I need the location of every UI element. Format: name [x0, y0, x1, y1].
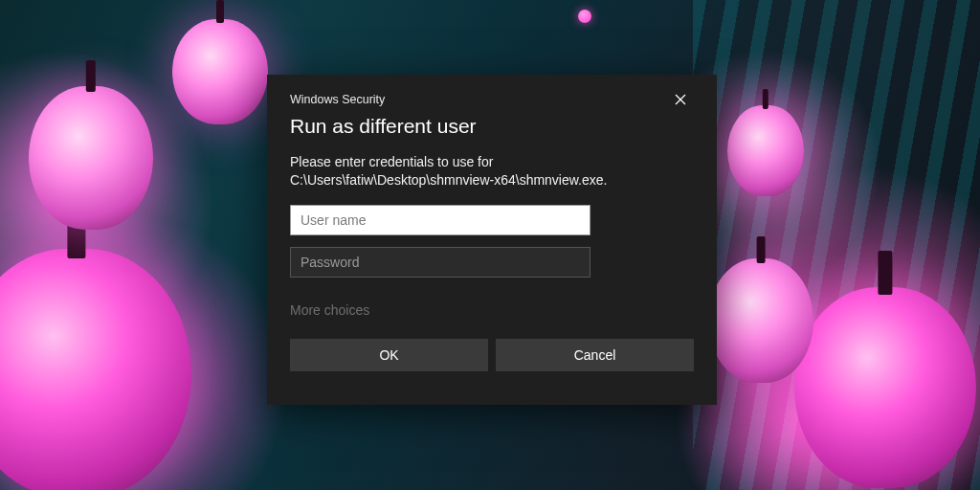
wallpaper-lantern — [708, 258, 813, 383]
credential-dialog: Windows Security Run as different user P… — [267, 75, 717, 405]
dialog-button-row: OK Cancel — [290, 339, 694, 371]
dialog-title: Run as different user — [290, 115, 694, 138]
wallpaper-lantern — [29, 86, 153, 230]
wallpaper-lantern — [794, 287, 976, 488]
close-button[interactable] — [667, 88, 694, 111]
close-icon — [675, 94, 686, 105]
wallpaper-detail — [578, 10, 591, 23]
ok-button[interactable]: OK — [290, 339, 488, 371]
username-input[interactable] — [290, 205, 590, 235]
password-input[interactable] — [290, 247, 590, 278]
dialog-titlebar: Windows Security — [290, 90, 694, 109]
cancel-button[interactable]: Cancel — [496, 339, 694, 371]
wallpaper-lantern — [0, 249, 191, 490]
dialog-caption: Windows Security — [290, 93, 385, 106]
wallpaper-lantern — [172, 19, 268, 124]
dialog-message: Please enter credentials to use for C:\U… — [290, 153, 692, 189]
wallpaper-lantern — [727, 105, 804, 196]
more-choices-link[interactable]: More choices — [290, 302, 694, 318]
credential-fields — [290, 205, 694, 278]
